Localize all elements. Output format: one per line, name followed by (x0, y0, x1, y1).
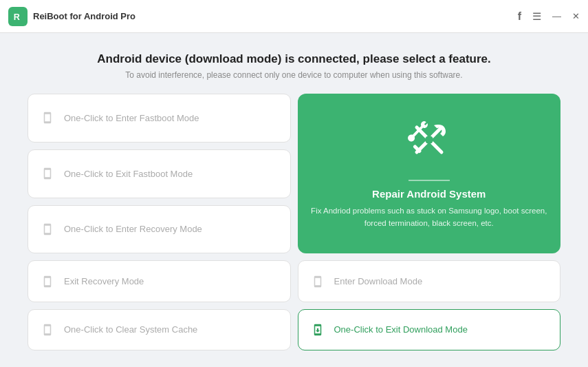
titlebar: R ReiBoot for Android Pro f ☰ — ✕ (0, 0, 588, 33)
phone-icon-clear-cache (39, 322, 56, 338)
btn-recovery-enter-label: One-Click to Enter Recovery Mode (64, 224, 202, 234)
svg-text:R: R (14, 12, 20, 21)
btn-clear-cache-label: One-Click to Clear System Cache (64, 324, 197, 335)
btn-fastboot-enter[interactable]: One-Click to Enter Fastboot Mode (28, 94, 291, 143)
repair-icon (407, 118, 451, 167)
phone-icon-fastboot-exit (39, 165, 56, 182)
repair-divider (409, 180, 450, 181)
repair-card[interactable]: Repair Android System Fix Andriod proble… (298, 94, 561, 253)
btn-fastboot-exit[interactable]: One-Click to Exit Fastboot Mode (28, 149, 291, 198)
minimize-button[interactable]: — (552, 11, 561, 21)
phone-icon-fastboot-enter (39, 109, 56, 126)
app-title: ReiBoot for Android Pro (33, 11, 518, 21)
header-title: Android device (download mode) is connec… (28, 52, 560, 66)
btn-fastboot-exit-label: One-Click to Exit Fastboot Mode (64, 169, 193, 179)
repair-title: Repair Android System (372, 188, 486, 200)
phone-icon-download-enter (309, 273, 326, 290)
phone-icon-download-exit (309, 322, 326, 338)
btn-download-exit[interactable]: One-Click to Exit Download Mode (298, 309, 561, 350)
features-grid: One-Click to Enter Fastboot Mode (28, 94, 560, 350)
btn-recovery-exit[interactable]: Exit Recovery Mode (28, 260, 291, 302)
btn-download-enter-label: Enter Download Mode (334, 276, 423, 286)
main-content: Android device (download mode) is connec… (0, 33, 588, 367)
btn-download-enter[interactable]: Enter Download Mode (298, 260, 561, 302)
btn-download-exit-label: One-Click to Exit Download Mode (334, 324, 468, 335)
btn-clear-cache[interactable]: One-Click to Clear System Cache (28, 309, 291, 350)
phone-icon-recovery-exit (39, 273, 56, 290)
repair-description: Fix Andriod problems such as stuck on Sa… (309, 205, 550, 229)
phone-icon-recovery-enter (39, 221, 56, 238)
svg-point-3 (425, 136, 433, 144)
menu-icon[interactable]: ☰ (532, 10, 541, 23)
header-section: Android device (download mode) is connec… (28, 52, 560, 80)
facebook-link[interactable]: f (518, 10, 521, 23)
close-button[interactable]: ✕ (572, 11, 580, 21)
btn-recovery-exit-label: Exit Recovery Mode (64, 276, 144, 286)
btn-fastboot-enter-label: One-Click to Enter Fastboot Mode (64, 113, 199, 123)
app-logo: R (8, 7, 28, 26)
header-subtitle: To avoid interference, please connect on… (28, 70, 560, 80)
btn-recovery-enter[interactable]: One-Click to Enter Recovery Mode (28, 205, 291, 254)
window-controls: f ☰ — ✕ (518, 10, 580, 23)
